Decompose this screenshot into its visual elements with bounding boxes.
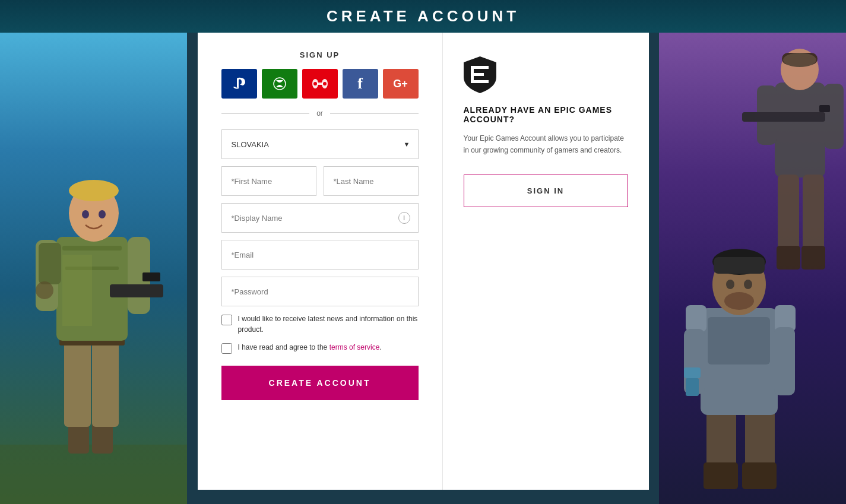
- svg-rect-47: [684, 367, 701, 378]
- nintendo-button[interactable]: [302, 69, 338, 99]
- divider-line-right: [330, 113, 419, 114]
- google-button[interactable]: G+: [383, 69, 419, 99]
- sign-in-button[interactable]: SIGN IN: [464, 175, 628, 207]
- xbox-button[interactable]: [262, 69, 297, 99]
- email-input[interactable]: [221, 240, 419, 270]
- character-right: [659, 35, 846, 504]
- svg-point-46: [724, 292, 754, 310]
- svg-rect-36: [686, 305, 706, 332]
- facebook-button[interactable]: f: [343, 69, 378, 99]
- social-buttons-group: f G+: [221, 69, 419, 99]
- already-title: ALREADY HAVE AN EPIC GAMES ACCOUNT?: [464, 105, 628, 124]
- svg-rect-10: [142, 272, 160, 281]
- svg-rect-34: [742, 462, 777, 489]
- svg-rect-25: [778, 175, 799, 252]
- newsletter-label: I would like to receive latest news and …: [238, 313, 419, 335]
- display-name-info-icon[interactable]: i: [398, 212, 410, 224]
- existing-account-panel: ALREADY HAVE AN EPIC GAMES ACCOUNT? Your…: [443, 33, 649, 490]
- svg-rect-30: [819, 105, 830, 112]
- svg-rect-16: [62, 246, 122, 251]
- tos-checkbox[interactable]: [221, 343, 232, 354]
- already-desc: Your Epic Games Account allows you to pa…: [464, 132, 628, 157]
- svg-rect-28: [801, 246, 825, 270]
- svg-rect-26: [803, 175, 824, 252]
- tos-label: I have read and agree to the terms of se…: [238, 342, 382, 353]
- svg-point-53: [313, 82, 317, 85]
- email-group: [221, 240, 419, 270]
- svg-rect-19: [775, 83, 825, 177]
- top-banner: CREATE ACCOUNT: [0, 0, 846, 33]
- signup-panel: SIGN UP: [198, 33, 443, 490]
- epic-games-logo: [464, 56, 496, 93]
- svg-point-18: [36, 281, 53, 299]
- newsletter-checkbox[interactable]: [221, 315, 232, 325]
- svg-rect-29: [742, 112, 825, 122]
- svg-rect-39: [774, 327, 795, 395]
- tos-before-text: I have read and agree to the: [238, 343, 329, 351]
- divider-text: or: [316, 109, 323, 118]
- svg-point-22: [783, 53, 816, 67]
- character-left: [0, 100, 187, 504]
- divider-line-left: [221, 113, 310, 114]
- svg-rect-9: [110, 284, 163, 297]
- display-name-group: i: [221, 203, 419, 233]
- svg-rect-40: [708, 317, 770, 364]
- svg-point-15: [99, 210, 106, 218]
- svg-rect-31: [706, 409, 736, 468]
- svg-rect-33: [704, 462, 738, 489]
- svg-rect-24: [824, 84, 844, 149]
- svg-point-49: [274, 78, 286, 90]
- svg-point-44: [726, 280, 734, 289]
- name-row: [221, 166, 419, 196]
- last-name-input[interactable]: [324, 166, 419, 196]
- country-select[interactable]: SLOVAKIA UNITED STATES UNITED KINGDOM GE…: [221, 129, 419, 159]
- create-account-button[interactable]: CREATE ACCOUNT: [221, 366, 419, 400]
- tos-row: I have read and agree to the terms of se…: [221, 342, 419, 354]
- svg-rect-4: [92, 338, 119, 427]
- svg-rect-43: [714, 257, 765, 274]
- password-input[interactable]: [221, 277, 419, 306]
- tos-after-text: .: [379, 343, 381, 351]
- newsletter-row: I would like to receive latest news and …: [221, 313, 419, 335]
- country-select-wrapper: SLOVAKIA UNITED STATES UNITED KINGDOM GE…: [221, 129, 419, 159]
- svg-rect-3: [64, 338, 91, 427]
- first-name-input[interactable]: [221, 166, 316, 196]
- playstation-button[interactable]: [221, 69, 257, 99]
- svg-point-54: [323, 82, 327, 85]
- modal-container: SIGN UP: [198, 33, 649, 490]
- display-name-input[interactable]: [221, 203, 419, 233]
- svg-point-14: [82, 210, 89, 218]
- divider: or: [221, 109, 419, 118]
- svg-rect-0: [0, 445, 187, 504]
- svg-rect-11: [39, 243, 61, 284]
- signup-label: SIGN UP: [221, 50, 419, 59]
- svg-rect-58: [471, 66, 474, 83]
- svg-rect-52: [317, 83, 323, 85]
- svg-rect-27: [777, 246, 800, 270]
- password-group: [221, 277, 419, 306]
- page-title: CREATE ACCOUNT: [327, 7, 519, 26]
- svg-rect-48: [686, 378, 699, 396]
- display-name-wrapper: i: [221, 203, 419, 233]
- tos-link[interactable]: terms of service: [329, 343, 380, 351]
- svg-point-45: [744, 280, 752, 289]
- svg-point-13: [69, 180, 119, 201]
